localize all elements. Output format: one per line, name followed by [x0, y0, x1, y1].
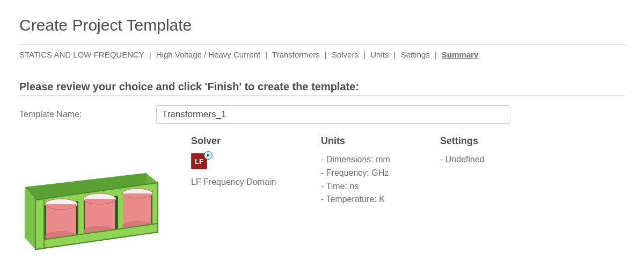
- breadcrumb-item[interactable]: Transformers: [272, 50, 320, 59]
- summary-content: Solver LF LF Frequency Domain Units - Di…: [19, 135, 625, 262]
- page-title: Create Project Template: [19, 16, 625, 34]
- preview-image-column: [19, 135, 191, 262]
- breadcrumb-separator: |: [435, 50, 437, 59]
- units-column: Units - Dimensions: mm - Frequency: GHz …: [321, 135, 439, 262]
- breadcrumb-item-current[interactable]: Summary: [442, 50, 478, 59]
- solver-lf-icon: LF: [191, 153, 210, 173]
- solver-heading: Solver: [191, 135, 320, 147]
- settings-column: Settings - Undefined: [440, 135, 558, 262]
- play-icon: [204, 151, 213, 160]
- settings-line: - Undefined: [440, 153, 558, 167]
- breadcrumb-separator: |: [394, 50, 396, 59]
- template-name-label: Template Name:: [19, 110, 156, 119]
- breadcrumb-separator: |: [149, 50, 151, 59]
- units-heading: Units: [321, 135, 439, 147]
- breadcrumb-item[interactable]: STATICS AND LOW FREQUENCY: [19, 50, 144, 59]
- template-name-row: Template Name:: [19, 105, 625, 124]
- transformer-preview-icon: [19, 168, 160, 262]
- summary-columns: Solver LF LF Frequency Domain Units - Di…: [191, 135, 625, 262]
- units-line: - Time: ns: [321, 180, 439, 193]
- units-line: - Temperature: K: [321, 193, 439, 206]
- breadcrumb-separator: |: [265, 50, 267, 59]
- breadcrumb-item[interactable]: Solvers: [332, 50, 358, 59]
- breadcrumb-separator: |: [363, 50, 365, 59]
- solver-column: Solver LF LF Frequency Domain: [191, 135, 320, 262]
- template-name-input[interactable]: [156, 105, 510, 124]
- divider: [19, 44, 625, 45]
- breadcrumb-separator: |: [325, 50, 327, 59]
- summary-heading: Please review your choice and click 'Fin…: [19, 81, 625, 93]
- breadcrumb-item[interactable]: High Voltage / Heavy Current: [156, 50, 260, 59]
- settings-heading: Settings: [440, 135, 558, 147]
- breadcrumb-item[interactable]: Settings: [401, 50, 430, 59]
- breadcrumb-item[interactable]: Units: [370, 50, 389, 59]
- divider: [19, 95, 625, 96]
- breadcrumb: STATICS AND LOW FREQUENCY | High Voltage…: [19, 48, 625, 62]
- units-line: - Frequency: GHz: [321, 167, 439, 180]
- solver-name: LF Frequency Domain: [191, 176, 320, 189]
- svg-marker-20: [35, 199, 44, 249]
- units-line: - Dimensions: mm: [321, 153, 439, 167]
